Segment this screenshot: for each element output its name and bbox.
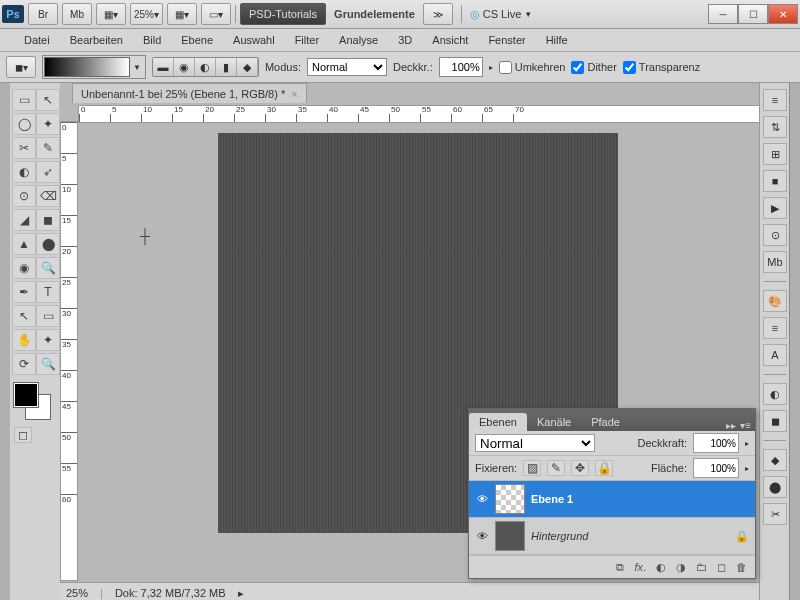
gradient-picker-arrow[interactable]: ▼ xyxy=(130,63,144,72)
opacity-input[interactable] xyxy=(439,57,483,77)
zoom-level[interactable]: 25% ▾ xyxy=(130,3,163,25)
menu-bearbeiten[interactable]: Bearbeiten xyxy=(60,31,133,49)
psd-tutorials-button[interactable]: PSD-Tutorials xyxy=(240,3,326,25)
dock-icon-3[interactable]: ■ xyxy=(763,170,787,192)
tool-12[interactable]: ▲ xyxy=(12,233,36,255)
layer-blend-select[interactable]: Normal xyxy=(475,434,595,452)
link-layers-icon[interactable]: ⧉ xyxy=(616,561,624,574)
tool-21[interactable]: ✦ xyxy=(36,329,60,351)
tool-23[interactable]: 🔍 xyxy=(36,353,60,375)
transparenz-checkbox[interactable]: Transparenz xyxy=(623,61,700,74)
tool-5[interactable]: ✎ xyxy=(36,137,60,159)
gradient-radial[interactable]: ◉ xyxy=(174,58,195,76)
gradient-diamond[interactable]: ◆ xyxy=(237,58,258,76)
layer-thumbnail[interactable] xyxy=(495,484,525,514)
tool-11[interactable]: ◼ xyxy=(36,209,60,231)
dither-checkbox[interactable]: Dither xyxy=(571,61,616,74)
panel-collapse-icon[interactable]: ▸▸ xyxy=(726,420,736,431)
right-dock-strip[interactable] xyxy=(789,83,800,600)
bridge-button[interactable]: Br xyxy=(28,3,58,25)
dock-icon-9[interactable]: ≡ xyxy=(763,317,787,339)
menu-auswahl[interactable]: Auswahl xyxy=(223,31,285,49)
gradient-linear[interactable]: ▬ xyxy=(153,58,174,76)
tool-14[interactable]: ◉ xyxy=(12,257,36,279)
tool-15[interactable]: 🔍 xyxy=(36,257,60,279)
tool-20[interactable]: ✋ xyxy=(12,329,36,351)
status-zoom[interactable]: 25% xyxy=(66,587,88,599)
arrange-button[interactable]: ▦▾ xyxy=(96,3,126,25)
menu-datei[interactable]: Datei xyxy=(14,31,60,49)
dock-icon-15[interactable]: ◆ xyxy=(763,449,787,471)
dock-icon-16[interactable]: ⬤ xyxy=(763,476,787,498)
layer-opacity-arrow[interactable]: ▸ xyxy=(745,439,749,448)
gradient-reflected[interactable]: ▮ xyxy=(216,58,237,76)
dock-icon-0[interactable]: ≡ xyxy=(763,89,787,111)
screen-mode-button[interactable]: ▦▾ xyxy=(167,3,197,25)
dock-icon-10[interactable]: A xyxy=(763,344,787,366)
minibridge-button[interactable]: Mb xyxy=(62,3,92,25)
close-button[interactable]: ✕ xyxy=(768,4,798,24)
ruler-vertical[interactable]: 051015202530354045505560 xyxy=(60,121,78,581)
visibility-icon[interactable]: 👁 xyxy=(475,492,489,506)
layer-fill-input[interactable] xyxy=(693,458,739,478)
ruler-horizontal[interactable]: 0510152025303540455055606570 xyxy=(78,105,760,123)
foreground-color[interactable] xyxy=(14,383,38,407)
adjustment-icon[interactable]: ◑ xyxy=(676,561,686,574)
gradient-preview[interactable] xyxy=(44,57,130,77)
group-icon[interactable]: 🗀 xyxy=(696,561,707,573)
document-tab[interactable]: Unbenannt-1 bei 25% (Ebene 1, RGB/8) * × xyxy=(72,83,307,103)
menu-ebene[interactable]: Ebene xyxy=(171,31,223,49)
dock-icon-5[interactable]: ⊙ xyxy=(763,224,787,246)
visibility-icon[interactable]: 👁 xyxy=(475,529,489,543)
opacity-arrow[interactable]: ▸ xyxy=(489,63,493,72)
layer-row-ebene1[interactable]: 👁 Ebene 1 xyxy=(469,481,755,518)
layer-opacity-input[interactable] xyxy=(693,433,739,453)
status-arrow[interactable]: ▸ xyxy=(238,587,244,600)
tool-13[interactable]: ⬤ xyxy=(36,233,60,255)
lock-position[interactable]: ✥ xyxy=(571,460,589,476)
menu-fenster[interactable]: Fenster xyxy=(478,31,535,49)
dock-icon-8[interactable]: 🎨 xyxy=(763,290,787,312)
tool-3[interactable]: ✦ xyxy=(36,113,60,135)
tab-kanaele[interactable]: Kanäle xyxy=(527,413,581,431)
lock-pixels[interactable]: ✎ xyxy=(547,460,565,476)
layer-row-hintergrund[interactable]: 👁 Hintergrund 🔒 xyxy=(469,518,755,555)
tool-10[interactable]: ◢ xyxy=(12,209,36,231)
fx-icon[interactable]: fx. xyxy=(634,561,646,573)
workspace-more-button[interactable]: ≫ xyxy=(423,3,453,25)
dock-icon-17[interactable]: ✂ xyxy=(763,503,787,525)
tool-17[interactable]: T xyxy=(36,281,60,303)
tool-2[interactable]: ◯ xyxy=(12,113,36,135)
quickmask-button[interactable]: ◻ xyxy=(14,427,32,443)
menu-3d[interactable]: 3D xyxy=(388,31,422,49)
workspace-label[interactable]: Grundelemente xyxy=(330,8,419,20)
dock-icon-12[interactable]: ◐ xyxy=(763,383,787,405)
menu-analyse[interactable]: Analyse xyxy=(329,31,388,49)
dock-icon-1[interactable]: ⇅ xyxy=(763,116,787,138)
delete-layer-icon[interactable]: 🗑 xyxy=(736,561,747,573)
maximize-button[interactable]: ☐ xyxy=(738,4,768,24)
tool-0[interactable]: ▭ xyxy=(12,89,36,111)
menu-bild[interactable]: Bild xyxy=(133,31,171,49)
extras-button[interactable]: ▭▾ xyxy=(201,3,231,25)
gradient-angle[interactable]: ◐ xyxy=(195,58,216,76)
dock-icon-4[interactable]: ▶ xyxy=(763,197,787,219)
layer-thumbnail[interactable] xyxy=(495,521,525,551)
status-dok[interactable]: Dok: 7,32 MB/7,32 MB xyxy=(115,587,226,599)
tool-preset-button[interactable]: ◼▾ xyxy=(6,56,36,78)
tab-close-icon[interactable]: × xyxy=(291,88,297,100)
tool-6[interactable]: ◐ xyxy=(12,161,36,183)
tool-1[interactable]: ↖ xyxy=(36,89,60,111)
tool-8[interactable]: ⊙ xyxy=(12,185,36,207)
dock-icon-6[interactable]: Mb xyxy=(763,251,787,273)
tool-19[interactable]: ▭ xyxy=(36,305,60,327)
menu-filter[interactable]: Filter xyxy=(285,31,329,49)
tool-9[interactable]: ⌫ xyxy=(36,185,60,207)
tool-4[interactable]: ✂ xyxy=(12,137,36,159)
color-swatches[interactable] xyxy=(14,383,50,419)
tab-pfade[interactable]: Pfade xyxy=(581,413,630,431)
layer-name[interactable]: Hintergrund xyxy=(531,530,588,542)
layer-name[interactable]: Ebene 1 xyxy=(531,493,573,505)
blend-mode-select[interactable]: Normal xyxy=(307,58,387,76)
dock-icon-13[interactable]: ◼ xyxy=(763,410,787,432)
